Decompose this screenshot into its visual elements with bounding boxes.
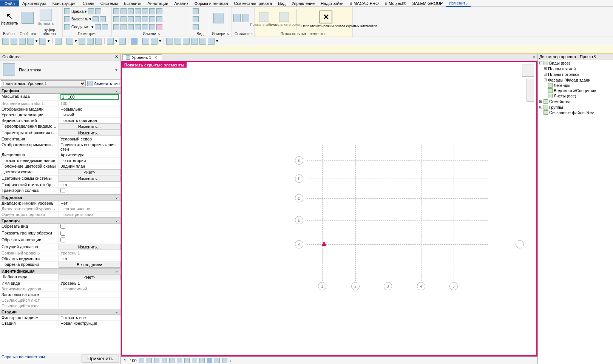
qat-print-icon[interactable] [55,38,62,45]
render-icon[interactable] [169,358,174,363]
property-value[interactable]: Уровень 1 [59,250,120,256]
compass-icon[interactable]: ▲ [320,238,328,248]
property-value[interactable] [59,303,120,308]
tree-twisty[interactable]: ⊞ [539,105,542,110]
measure-icon[interactable] [213,13,224,23]
qat-a3-icon[interactable] [183,38,190,45]
extend-icon[interactable] [135,16,141,22]
property-value[interactable]: Архитектура [59,152,120,157]
m7-icon[interactable] [156,24,162,30]
property-category[interactable]: Идентификация [0,268,120,274]
qat-3d-icon[interactable] [107,38,114,45]
qat-save-icon[interactable] [11,38,17,45]
property-edit-button[interactable]: Изменить… [59,123,120,130]
copy-icon[interactable] [113,24,119,30]
paste-tool[interactable]: Вставить [38,8,54,27]
crop-icon[interactable] [177,358,182,363]
tree-item[interactable]: Листы (все) [538,93,613,99]
nav-bar[interactable] [527,79,534,102]
edit-type-button[interactable]: Изменить тип [87,81,120,86]
property-checkbox[interactable] [60,188,65,193]
properties-tool[interactable] [20,8,36,29]
tree-item[interactable]: Ведомости/Специфик [538,88,613,93]
tree-item[interactable]: ⊞Планы потолков [538,71,613,77]
show-category-button[interactable]: Показать категорию [276,9,292,30]
menu-tab[interactable]: Системы [97,0,121,6]
tab-close-icon[interactable]: ✕ [153,55,159,60]
modify-tool[interactable]: ↖ Изменить [2,8,17,29]
mirror2-icon[interactable] [135,8,141,14]
view-i1-icon[interactable] [193,8,199,14]
property-value[interactable]: Показать оригинал [59,118,120,123]
property-value[interactable]: Условный север [59,136,120,142]
view-i2-icon[interactable] [193,16,199,22]
rotate-icon[interactable] [120,16,127,22]
qat-text-icon[interactable] [95,38,102,45]
sun-path-icon[interactable] [154,358,159,363]
qat-a4-icon[interactable] [191,38,198,45]
property-checkbox[interactable] [60,231,65,236]
mirror-icon[interactable] [128,8,134,14]
trim-icon[interactable] [128,16,134,22]
qat-redo-icon[interactable] [39,38,46,45]
tree-twisty[interactable]: ⊞ [543,77,547,82]
unlock-icon[interactable] [192,358,197,363]
property-value[interactable]: Уровень 1 [59,281,120,286]
tree-item[interactable]: ⊞Семейства [538,99,613,104]
grid-bubble-h[interactable]: Г [295,174,303,183]
property-value[interactable]: Новая конструкция [59,321,120,326]
property-value[interactable]: Подчистить все примыкания стен [59,142,120,152]
grid-bubble-v[interactable]: 2 [351,282,360,290]
split-icon[interactable] [142,8,148,14]
qat-home-icon[interactable] [2,38,9,45]
property-value[interactable]: Неограниченно [59,206,120,211]
delete-icon[interactable] [156,8,162,14]
array-icon[interactable] [142,16,148,22]
scale-icon[interactable] [149,16,155,22]
qat-close-icon[interactable] [142,38,149,45]
property-edit-button[interactable]: <Нет> [59,274,120,280]
menu-tab[interactable]: BIMACAD.PRO [347,0,382,6]
view-cube[interactable] [522,65,534,77]
detail-level-icon[interactable] [139,358,144,363]
create-i1-icon[interactable] [233,14,241,22]
menu-tab[interactable]: Изменить [446,0,471,7]
property-edit-button[interactable]: Изменить… [59,176,120,182]
document-tab[interactable]: Уровень 1 ✕ [122,54,162,60]
scale-display[interactable]: 1 : 100 [124,358,137,363]
drawing-canvas[interactable]: Показать скрытые элементы ДГВБА12345-▲ [121,61,537,356]
view-i3-icon[interactable] [193,24,199,30]
tabs-menu-icon[interactable]: ▾ [533,55,535,60]
reveal-icon[interactable] [207,358,212,363]
file-tab[interactable]: Файл [0,0,19,6]
grid-bubble-v[interactable]: 3 [384,282,392,290]
visual-style-icon[interactable] [147,358,152,363]
menu-tab[interactable]: Формы и генплан [191,0,231,6]
qat-a6-icon[interactable] [208,38,215,45]
toggle-hidden-button[interactable]: ✕ Переключить режим показа скрытых элеме… [301,11,351,28]
tree-twisty[interactable]: ⊟ [539,60,542,65]
gap-icon[interactable] [149,8,155,14]
property-checkbox[interactable] [60,224,65,229]
property-value[interactable]: Задний план [59,163,120,169]
property-value-input[interactable]: 1 : 100 [60,94,119,100]
grid-bubble-h[interactable]: А [295,240,303,248]
property-value[interactable] [59,298,120,303]
align-icon[interactable] [113,8,119,14]
grid-bubble-h[interactable]: Б [295,216,303,224]
m5-icon[interactable] [142,24,148,30]
qat-dim-icon[interactable] [79,38,85,45]
property-value[interactable]: Нет [59,182,120,187]
property-value[interactable]: По категории [59,158,120,163]
grid-bubble-h[interactable]: Д [295,156,303,165]
m3-icon[interactable] [128,24,134,30]
grid-bubble-h[interactable]: В [295,194,303,202]
m2-icon[interactable] [120,24,127,30]
qat-a1-icon[interactable] [166,38,173,45]
property-category[interactable]: Стадии [0,309,120,315]
tree-item[interactable]: Легенды [538,83,613,88]
tree-twisty[interactable]: ⊞ [539,99,542,104]
property-edit-button[interactable]: Изменить… [59,244,120,250]
property-value[interactable]: Низкий [59,112,120,117]
offset-icon[interactable] [120,8,127,14]
